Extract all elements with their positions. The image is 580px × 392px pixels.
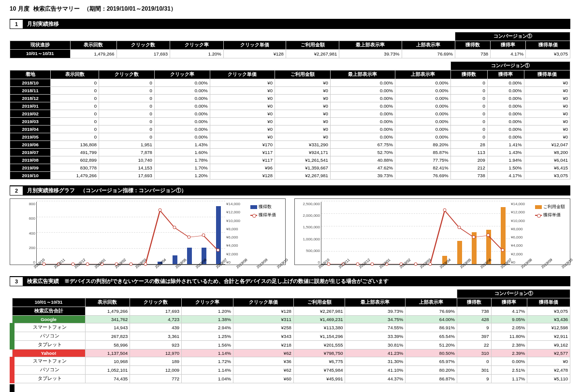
- cell: 67.75%: [330, 141, 395, 149]
- cell: 40.88%: [330, 156, 395, 164]
- page-title: 10 月度 検索広告サマリー （期間：2019/10/01～2019/10/31…: [10, 5, 570, 13]
- cell: 738: [457, 307, 492, 316]
- cell: 602,899: [51, 156, 99, 164]
- cell: 0.00%: [395, 79, 451, 87]
- chart-point: [188, 235, 191, 238]
- cell: ¥2,267,981: [293, 307, 345, 316]
- table-row: 2019/03000.00%¥0¥00.00%0.00%00.00%¥0: [10, 118, 570, 126]
- table-row: パソコン1,052,10112,0091.14%¥62¥745,98441.10…: [12, 366, 570, 375]
- col-cost: ご利用金額: [286, 41, 339, 50]
- title-decorator: [10, 384, 14, 391]
- cell: 772: [130, 375, 182, 383]
- table-row: 2019/07491,7997,8781.60%¥117¥924,17152.7…: [10, 149, 570, 156]
- cell: ¥1,359,667: [275, 164, 330, 172]
- cell: 397: [457, 332, 492, 341]
- cell: 1.20%: [170, 50, 224, 58]
- cell: 1.38%: [182, 316, 233, 323]
- cell: 9: [457, 375, 492, 383]
- cell: 301: [457, 366, 492, 375]
- cell: 0: [99, 102, 155, 110]
- row-month: 2019/08: [10, 156, 51, 164]
- cell: 0: [99, 87, 155, 95]
- cell: ¥8,200: [524, 149, 570, 156]
- row-month: 2018/12: [10, 95, 51, 102]
- cell: 0: [99, 126, 155, 133]
- cell: 341,762: [85, 316, 130, 323]
- cell: 0.00%: [487, 110, 524, 118]
- row-label: パソコン: [12, 332, 85, 341]
- row-month: 2019/06: [10, 141, 51, 149]
- cell: ¥2,577: [527, 350, 570, 357]
- cell: ¥2,267,981: [286, 50, 339, 58]
- cell: 1.60%: [154, 149, 210, 156]
- cell: ¥0: [524, 118, 570, 126]
- cell: 85.87%: [395, 149, 451, 156]
- cell: ¥170: [210, 141, 275, 149]
- cell: 33.39%: [345, 332, 406, 341]
- cell: 0: [99, 79, 155, 87]
- cell: ¥0: [275, 95, 330, 102]
- section-label: 月別実績推移: [23, 19, 570, 29]
- cell: ¥0: [524, 126, 570, 133]
- cell: 2.38%: [491, 341, 527, 350]
- cell: 136,808: [51, 141, 99, 149]
- cell: 0: [99, 133, 155, 141]
- col-period: 10/01～10/31: [12, 298, 85, 307]
- cell: ¥117: [210, 156, 275, 164]
- cell: 1.43%: [487, 149, 524, 156]
- cell: 1,479,266: [85, 307, 130, 316]
- cell: 0.00%: [491, 357, 527, 366]
- cell: 189: [130, 357, 182, 366]
- chart-2-legend: ご利用金額 獲得単価: [533, 202, 567, 265]
- cell: 1,951: [99, 141, 155, 149]
- cell: 0: [51, 133, 99, 141]
- cell: 0: [51, 118, 99, 126]
- cell: 830,778: [51, 164, 99, 172]
- cell: 51.20%: [406, 341, 457, 350]
- cell: 0.00%: [395, 110, 451, 118]
- cell: 76.69%: [402, 50, 455, 58]
- cell: 0: [51, 95, 99, 102]
- cell: ¥0: [210, 118, 275, 126]
- chart-point: [457, 225, 461, 229]
- cell: 17,693: [116, 50, 170, 58]
- cell: 0.00%: [154, 102, 210, 110]
- cell: ¥45,991: [293, 375, 345, 383]
- table-row: 2018/11000.00%¥0¥00.00%0.00%00.00%¥0: [10, 87, 570, 95]
- cell: 0: [457, 357, 492, 366]
- cell: 0.00%: [154, 118, 210, 126]
- cell: 113: [450, 149, 487, 156]
- cell: 9: [457, 323, 492, 332]
- cell: 30.81%: [345, 341, 406, 350]
- row-label: Yahoo!: [12, 350, 85, 357]
- cell: ¥0: [275, 118, 330, 126]
- charts-row: 8006004002000 ¥14,000¥12,000¥10,000¥8,00…: [10, 198, 570, 270]
- cell: 80.20%: [406, 366, 457, 375]
- cell: 738: [455, 50, 491, 58]
- cell: 1.41%: [487, 141, 524, 149]
- row-month: 2019/04: [10, 126, 51, 133]
- cell: 76.69%: [395, 172, 451, 180]
- cell: 1.17%: [491, 375, 527, 383]
- cell: 77.75%: [395, 156, 451, 164]
- cell: ¥3,075: [524, 172, 570, 180]
- table-row: 2019/06136,8081,9511.43%¥170¥331,29067.7…: [10, 141, 570, 149]
- chart-point: [159, 209, 162, 212]
- cell: 2.05%: [491, 323, 527, 332]
- cell: ¥0: [210, 87, 275, 95]
- cell: 76.69%: [406, 307, 457, 316]
- cell: 439: [130, 323, 182, 332]
- cell: 41.10%: [345, 366, 406, 375]
- cell: 1,479,266: [70, 50, 116, 58]
- table-row: 検索広告合計1,479,26617,6931.20%¥128¥2,267,981…: [12, 307, 570, 316]
- cell: 4,723: [130, 316, 182, 323]
- cell: ¥798,750: [293, 350, 345, 357]
- cell: ¥0: [210, 133, 275, 141]
- cell: 0: [99, 95, 155, 102]
- row-month: 2019/09: [10, 164, 51, 172]
- cell: 0.00%: [330, 79, 395, 87]
- chart-1: 8006004002000 ¥14,000¥12,000¥10,000¥8,00…: [10, 198, 286, 270]
- cell: 0.00%: [487, 133, 524, 141]
- cell: 0.00%: [395, 118, 451, 126]
- row-month: 2019/02: [10, 110, 51, 118]
